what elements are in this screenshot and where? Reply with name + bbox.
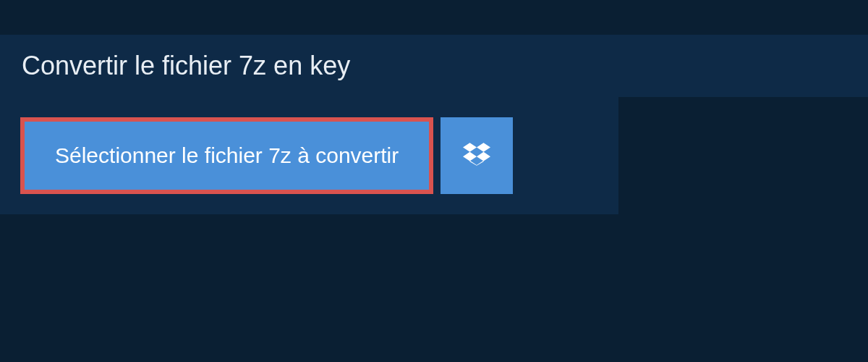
dropbox-button[interactable] xyxy=(441,117,513,194)
content-panel: Sélectionner le fichier 7z à convertir xyxy=(0,97,618,214)
select-file-label: Sélectionner le fichier 7z à convertir xyxy=(55,143,399,168)
dropbox-icon xyxy=(463,140,490,171)
select-file-button[interactable]: Sélectionner le fichier 7z à convertir xyxy=(20,117,433,194)
button-row: Sélectionner le fichier 7z à convertir xyxy=(20,117,598,194)
page-title: Convertir le fichier 7z en key xyxy=(0,35,372,97)
header-band: Convertir le fichier 7z en key xyxy=(0,35,868,97)
